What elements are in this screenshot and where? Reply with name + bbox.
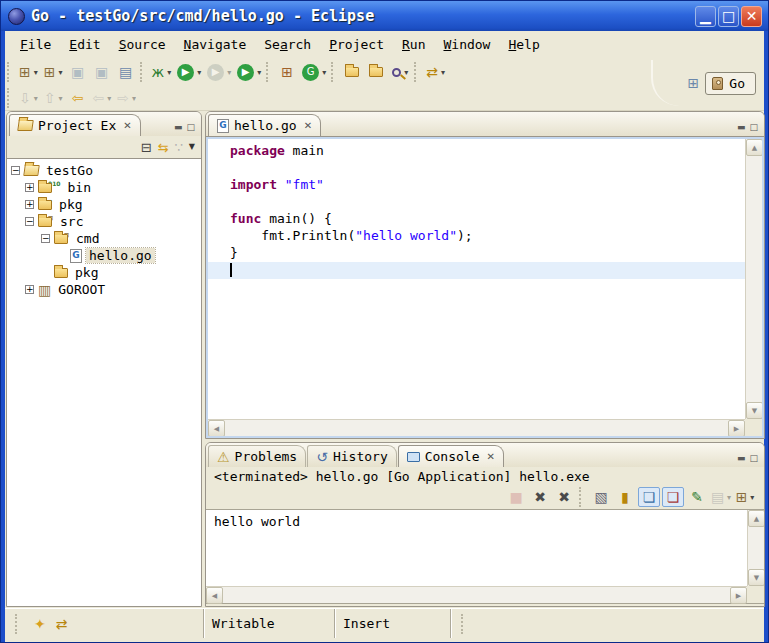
search-button[interactable]: ▾ <box>388 60 412 84</box>
run-button[interactable]: ▶▾ <box>174 60 204 84</box>
debug-button[interactable]: ж▾ <box>149 60 175 84</box>
tab-hello-go[interactable]: G hello.go ✕ <box>208 114 321 136</box>
expander-icon[interactable]: + <box>25 183 34 192</box>
collapse-all-icon[interactable]: ⊟ <box>141 141 152 154</box>
save-all-button[interactable]: ▣ <box>90 60 114 84</box>
menu-window[interactable]: Window <box>434 34 499 55</box>
menu-search[interactable]: Search <box>255 34 320 55</box>
tab-console[interactable]: Console ✕ <box>398 445 504 467</box>
dropdown-icon[interactable]: ▾ <box>257 68 261 77</box>
console-vertical-scrollbar[interactable]: ▲ ▼ <box>747 510 764 586</box>
remove-launch-button[interactable]: ✖ <box>529 487 551 507</box>
save-button[interactable]: ▣ <box>66 60 90 84</box>
clear-console-button[interactable]: ▧ <box>590 487 612 507</box>
next-annotation-button[interactable]: ⇩▾ <box>16 86 41 110</box>
scroll-right-button[interactable]: ▶ <box>728 420 745 436</box>
tree-item-hello-go[interactable]: G hello.go <box>7 247 201 264</box>
back-button[interactable]: ⇦▾ <box>90 86 115 110</box>
go-perspective-button[interactable]: Go <box>705 72 756 95</box>
scroll-right-button[interactable]: ▶ <box>730 587 747 604</box>
dropdown-icon[interactable]: ▾ <box>58 68 62 77</box>
dropdown-icon[interactable]: ▾ <box>750 493 754 502</box>
scroll-lock-button[interactable]: ▮ <box>614 487 636 507</box>
new-project-button[interactable]: ⊞▾ <box>41 60 66 84</box>
console-horizontal-scrollbar[interactable]: ◀ ▶ <box>206 586 747 603</box>
close-console-icon[interactable]: ✕ <box>487 451 495 462</box>
maximize-view-icon[interactable]: □ <box>186 123 195 132</box>
maximize-editor-icon[interactable]: □ <box>749 123 758 132</box>
open-folder-button[interactable] <box>364 60 388 84</box>
console-output-area[interactable]: hello world ▲ ▼ ◀ ▶ <box>206 509 764 604</box>
sync-button[interactable]: ⇄▾ <box>423 60 448 84</box>
open-perspective-button[interactable]: ⊞ <box>681 71 705 95</box>
dropdown-icon[interactable]: ▾ <box>322 68 326 77</box>
code-editor[interactable]: package main import "fmt" func main() { … <box>208 139 762 436</box>
tab-problems[interactable]: ⚠ Problems <box>208 445 306 467</box>
new-go-package-button[interactable]: ⊞ <box>275 60 299 84</box>
menu-file[interactable]: File <box>11 34 60 55</box>
tab-project-explorer[interactable]: Project Ex ✕ <box>9 114 141 136</box>
pin-console-button[interactable]: ✎ <box>686 487 708 507</box>
minimize-console-icon[interactable]: ▬ <box>737 454 746 463</box>
minimize-button[interactable]: ▁ <box>695 6 716 27</box>
dropdown-icon[interactable]: ▾ <box>34 68 38 77</box>
remove-all-launches-button[interactable]: ✖ <box>553 487 575 507</box>
dropdown-icon[interactable]: ▾ <box>404 68 408 77</box>
close-view-icon[interactable]: ✕ <box>123 120 131 131</box>
editor-horizontal-scrollbar[interactable]: ◀ ▶ <box>208 419 745 436</box>
open-resource-button[interactable] <box>340 60 364 84</box>
editor-vertical-scrollbar[interactable]: ▲ ▼ <box>745 139 762 419</box>
scroll-left-button[interactable]: ◀ <box>206 587 223 604</box>
minimize-editor-icon[interactable]: ▬ <box>737 123 746 132</box>
run-history-button[interactable]: ▶▾ <box>204 60 234 84</box>
dropdown-icon[interactable]: ▾ <box>197 68 201 77</box>
scroll-left-button[interactable]: ◀ <box>208 420 225 436</box>
print-button[interactable]: ▤ <box>114 60 138 84</box>
forward-button[interactable]: ⇨▾ <box>114 86 139 110</box>
menu-project[interactable]: Project <box>320 34 393 55</box>
maximize-console-icon[interactable]: □ <box>749 454 758 463</box>
expander-icon[interactable]: − <box>11 166 20 175</box>
menu-help[interactable]: Help <box>499 34 548 55</box>
show-stderr-button[interactable]: ❏ <box>662 487 684 507</box>
show-stdout-button[interactable]: ❏ <box>638 487 660 507</box>
view-menu-icon[interactable]: ▼ <box>189 143 195 151</box>
tree-item-testgo[interactable]: − testGo <box>7 162 201 179</box>
previous-annotation-button[interactable]: ⇧▾ <box>41 86 66 110</box>
view-switch-icon[interactable]: ⇄ <box>56 617 68 631</box>
link-with-editor-icon[interactable]: ⇆ <box>158 141 169 154</box>
menu-run[interactable]: Run <box>393 34 434 55</box>
menu-navigate[interactable]: Navigate <box>175 34 256 55</box>
dropdown-icon[interactable]: ▾ <box>167 68 171 77</box>
terminate-button[interactable]: ■ <box>505 487 527 507</box>
tree-item-bin[interactable]: + 010 bin <box>7 179 201 196</box>
tree-item-cmd[interactable]: − ⊞ cmd <box>7 230 201 247</box>
expander-icon[interactable]: − <box>25 217 34 226</box>
tree-item-src[interactable]: − ⊞ src <box>7 213 201 230</box>
minimize-view-icon[interactable]: ▬ <box>174 123 183 132</box>
dropdown-icon[interactable]: ▾ <box>227 68 231 77</box>
expander-icon[interactable]: + <box>25 285 34 294</box>
tree-item-goroot[interactable]: + ▥ GOROOT <box>7 281 201 298</box>
new-go-file-button[interactable]: G▾ <box>299 60 329 84</box>
tab-history[interactable]: ↺ History <box>307 445 397 467</box>
last-edit-location-button[interactable]: ⇦ <box>66 86 90 110</box>
display-console-button[interactable]: ▤▾ <box>710 487 732 507</box>
scroll-up-button[interactable]: ▲ <box>748 510 765 527</box>
close-button[interactable]: ✕ <box>741 6 762 27</box>
tree-item-pkg-2[interactable]: pkg <box>7 264 201 281</box>
scroll-up-button[interactable]: ▲ <box>746 139 762 156</box>
external-tools-button[interactable]: ▶▾ <box>234 60 264 84</box>
dropdown-icon[interactable]: ▾ <box>441 68 445 77</box>
maximize-button[interactable]: □ <box>718 6 739 27</box>
menu-edit[interactable]: Edit <box>60 34 109 55</box>
open-console-button[interactable]: ⊞▾ <box>734 487 756 507</box>
scroll-down-button[interactable]: ▼ <box>748 569 765 586</box>
expander-icon[interactable]: − <box>41 234 50 243</box>
filters-icon[interactable]: ∵ <box>175 141 183 154</box>
close-editor-icon[interactable]: ✕ <box>304 120 312 131</box>
expander-icon[interactable]: + <box>25 200 34 209</box>
menu-source[interactable]: Source <box>110 34 175 55</box>
fast-view-icon[interactable]: ✦ <box>34 617 46 631</box>
scroll-down-button[interactable]: ▼ <box>746 402 762 419</box>
